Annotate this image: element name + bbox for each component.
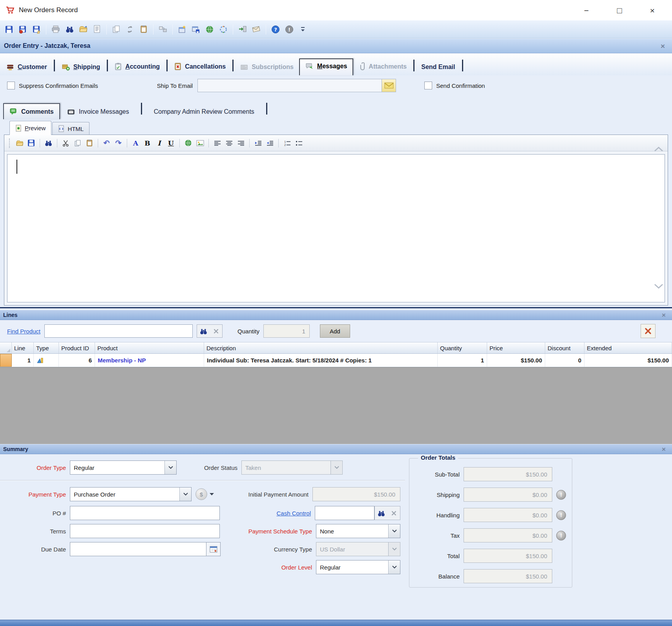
col-discount[interactable]: Discount xyxy=(545,342,584,353)
underline-icon[interactable]: U xyxy=(166,138,176,148)
tab-company-admin-review-comments[interactable]: Company Admin Review Comments xyxy=(148,104,260,119)
ship-to-email-input[interactable] xyxy=(197,79,382,92)
cell-product-link[interactable]: Membership - NP xyxy=(95,354,204,367)
tab-preview[interactable]: Preview xyxy=(9,121,51,135)
row-selector-header[interactable] xyxy=(0,342,12,353)
tax-info-icon[interactable]: ! xyxy=(556,531,566,540)
tab-send-email[interactable]: Send Email xyxy=(416,60,460,75)
send-confirmation-checkbox[interactable] xyxy=(424,82,432,89)
tab-accounting[interactable]: Accounting xyxy=(110,58,164,75)
tab-html[interactable]: HTML xyxy=(52,122,89,135)
tab-subscriptions[interactable]: Subscriptions xyxy=(236,60,298,75)
clear-search-icon[interactable] xyxy=(210,325,222,337)
tab-cancellations[interactable]: Cancellations xyxy=(170,58,230,75)
payment-type-select[interactable]: Purchase Order xyxy=(70,487,192,501)
sync-icon[interactable] xyxy=(217,24,229,35)
paste-icon[interactable] xyxy=(138,24,150,35)
col-type[interactable]: Type xyxy=(34,342,59,353)
import-icon[interactable] xyxy=(237,24,248,35)
product-search-button[interactable] xyxy=(197,325,210,337)
shipping-info-icon[interactable]: ! xyxy=(556,490,566,500)
col-price[interactable]: Price xyxy=(487,342,545,353)
save-window-icon[interactable] xyxy=(190,24,202,35)
find-icon[interactable] xyxy=(43,138,54,148)
font-icon[interactable]: A xyxy=(130,138,141,148)
save-icon[interactable] xyxy=(3,24,15,35)
tab-comments[interactable]: Comments xyxy=(3,103,60,119)
report-icon[interactable] xyxy=(91,24,103,35)
bullet-list-icon[interactable] xyxy=(294,138,304,148)
bold-icon[interactable]: B xyxy=(142,138,153,148)
order-type-select[interactable]: Regular xyxy=(70,460,177,475)
payment-schedule-select[interactable]: None xyxy=(316,524,400,538)
scroll-up-icon[interactable] xyxy=(654,146,664,152)
save-icon[interactable] xyxy=(26,138,37,148)
col-product[interactable]: Product xyxy=(95,342,204,353)
toolbar-overflow-icon[interactable] xyxy=(297,24,309,35)
delete-line-button[interactable] xyxy=(641,324,656,338)
cash-control-link[interactable]: Cash Control xyxy=(276,510,315,517)
minimize-button[interactable]: − xyxy=(582,6,591,15)
align-center-icon[interactable] xyxy=(224,138,234,148)
tab-attachments[interactable]: Attachments xyxy=(354,58,411,75)
col-line[interactable]: Line xyxy=(12,342,34,353)
new-window-icon[interactable] xyxy=(176,24,188,35)
align-left-icon[interactable] xyxy=(212,138,223,148)
email-lookup-button[interactable] xyxy=(382,79,396,92)
cash-control-search-button[interactable] xyxy=(375,506,387,520)
product-search-input[interactable] xyxy=(44,324,193,338)
web-icon[interactable] xyxy=(204,24,215,35)
col-extended[interactable]: Extended xyxy=(584,342,672,353)
find-icon[interactable] xyxy=(64,24,75,35)
maximize-button[interactable]: □ xyxy=(615,6,624,15)
row-selector[interactable] xyxy=(0,354,12,367)
tab-shipping[interactable]: Shipping xyxy=(57,59,105,75)
panel-close-icon[interactable]: × xyxy=(657,42,668,50)
copy-icon[interactable] xyxy=(72,138,83,148)
col-quantity[interactable]: Quantity xyxy=(438,342,487,353)
handling-info-icon[interactable]: ! xyxy=(556,510,566,520)
link-icon[interactable] xyxy=(183,138,194,148)
open-icon[interactable] xyxy=(14,138,25,148)
add-button[interactable]: Add xyxy=(320,324,350,338)
info-icon[interactable]: ! xyxy=(283,24,295,35)
refresh-icon[interactable] xyxy=(124,24,136,35)
numbered-list-icon[interactable]: 12 xyxy=(282,138,292,148)
undo-icon[interactable]: ↶ xyxy=(101,138,112,148)
scroll-down-icon[interactable] xyxy=(654,283,664,289)
outdent-icon[interactable] xyxy=(265,138,275,148)
calendar-icon[interactable] xyxy=(206,542,221,556)
tab-invoice-messages[interactable]: Invoice Messages xyxy=(62,104,135,119)
tab-messages[interactable]: Messages xyxy=(299,58,354,75)
italic-icon[interactable]: I xyxy=(154,138,164,148)
due-date-input[interactable] xyxy=(70,542,206,556)
open-folder-icon[interactable] xyxy=(77,24,89,35)
suppress-confirmation-checkbox[interactable] xyxy=(7,82,15,89)
close-button[interactable]: × xyxy=(648,6,657,15)
tab-customer[interactable]: Customer xyxy=(2,60,52,75)
quantity-input[interactable] xyxy=(263,324,310,338)
col-product-id[interactable]: Product ID xyxy=(59,342,95,353)
save-record-icon[interactable] xyxy=(17,24,29,35)
po-number-input[interactable] xyxy=(70,506,220,520)
redo-icon[interactable]: ↷ xyxy=(113,138,124,148)
currency-dropdown-icon[interactable] xyxy=(210,493,214,496)
save-as-icon[interactable] xyxy=(31,24,42,35)
comment-text-area[interactable] xyxy=(7,154,665,302)
copy-icon[interactable] xyxy=(110,24,122,35)
col-description[interactable]: Description xyxy=(204,342,438,353)
send-note-icon[interactable] xyxy=(250,24,262,35)
paste-icon[interactable] xyxy=(84,138,95,148)
cash-control-clear-icon[interactable] xyxy=(387,506,400,520)
lines-close-icon[interactable]: × xyxy=(659,312,669,318)
link-records-icon[interactable] xyxy=(157,24,169,35)
terms-input[interactable] xyxy=(70,524,220,538)
table-row[interactable]: 1 6 Membership - NP Individual Sub: Tere… xyxy=(0,354,672,367)
cash-control-input[interactable] xyxy=(315,506,374,520)
order-level-select[interactable]: Regular xyxy=(316,560,400,574)
find-product-link[interactable]: Find Product xyxy=(7,328,40,335)
cut-icon[interactable] xyxy=(60,138,71,148)
print-icon[interactable] xyxy=(50,24,62,35)
indent-icon[interactable] xyxy=(253,138,263,148)
insert-image-icon[interactable] xyxy=(195,138,205,148)
